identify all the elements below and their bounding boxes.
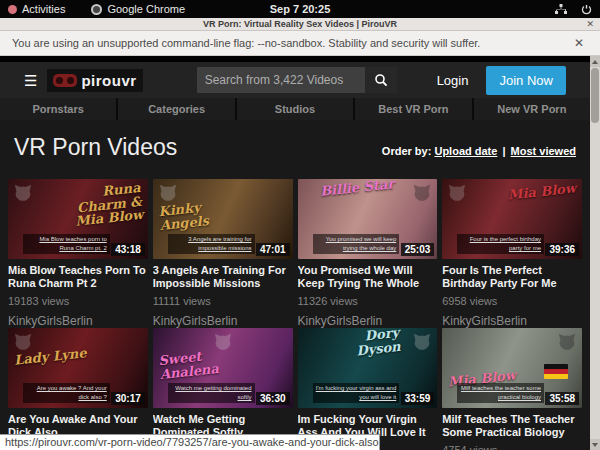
video-thumbnail[interactable]: Mia Blow Milf teaches the teacher some p…	[442, 328, 582, 408]
studio-cat-logo-icon	[412, 183, 432, 201]
page-title: VR Porn Videos	[14, 134, 177, 161]
search-input[interactable]	[197, 67, 365, 93]
thumbnail-caption: I'm fucking your virgin ass and you will…	[313, 383, 400, 403]
video-thumbnail[interactable]: Mia Blow Four is the perfect birthday pa…	[442, 179, 582, 259]
login-link[interactable]: Login	[437, 73, 469, 88]
thumbnail-caption: You promised we will keep trying the who…	[313, 234, 400, 254]
video-card[interactable]: Mia Blow Milf teaches the teacher some p…	[442, 328, 582, 450]
system-top-bar: Activities Google Chrome Sep 7 20:25	[0, 0, 600, 18]
thumbnail-overlay-title: Kinky Angels	[158, 197, 240, 232]
order-most-viewed-link[interactable]: Most viewed	[511, 145, 576, 157]
screen: Activities Google Chrome Sep 7 20:25 VR …	[0, 0, 600, 450]
duration-badge: 33:59	[401, 392, 435, 405]
activities-label: Activities	[22, 3, 65, 15]
site-header: ☰ pirouvr Login Join Now	[0, 62, 590, 98]
view-count: 4754 views	[442, 444, 582, 450]
site-logo[interactable]: pirouvr	[47, 69, 142, 92]
video-title[interactable]: Mia Blow Teaches Porn To Runa Charm Pt 2	[8, 264, 148, 290]
page-head: VR Porn Videos Order by: Upload date | M…	[0, 120, 590, 179]
duration-badge: 47:01	[256, 243, 290, 256]
view-count: 11111 views	[153, 295, 293, 307]
nav-item-pornstars[interactable]: Pornstars	[0, 98, 116, 120]
vr-goggles-icon	[53, 74, 77, 87]
nav-item-categories[interactable]: Categories	[116, 98, 234, 120]
view-count: 11326 views	[298, 295, 438, 307]
warning-message: You are using an unsupported command-lin…	[12, 37, 480, 49]
video-card[interactable]: Billie Star You promised we will keep tr…	[298, 179, 438, 328]
scroll-up-arrow[interactable]	[590, 56, 600, 67]
video-title[interactable]: Four Is The Perfect Birthday Party For M…	[442, 264, 582, 290]
activities-button[interactable]: Activities	[8, 3, 65, 15]
duration-badge: 30:17	[111, 392, 145, 405]
tab-title: VR Porn: Virtual Reality Sex Videos | Pi…	[0, 19, 600, 29]
browser-tab-strip: VR Porn: Virtual Reality Sex Videos | Pi…	[0, 18, 600, 31]
order-upload-date-link[interactable]: Upload date	[434, 145, 497, 157]
activities-dot-icon	[8, 5, 17, 14]
power-icon[interactable]	[581, 4, 592, 15]
video-card[interactable]: Kinky Angels 3 Angels are training for i…	[153, 179, 293, 328]
scroll-down-arrow[interactable]	[590, 439, 600, 450]
order-separator: |	[502, 145, 505, 157]
duration-badge: 35:58	[545, 392, 579, 405]
clock[interactable]: Sep 7 20:25	[270, 3, 331, 15]
order-by-controls: Order by: Upload date | Most viewed	[382, 145, 576, 161]
hamburger-menu-icon[interactable]: ☰	[24, 73, 37, 88]
active-app-label: Google Chrome	[107, 3, 185, 15]
search-bar	[197, 67, 397, 93]
studio-cat-logo-icon	[412, 332, 432, 350]
video-title[interactable]: You Promised We Will Keep Trying The Who…	[298, 264, 438, 290]
thumbnail-caption: Are you awake ? And your dick also ?	[23, 383, 110, 403]
studio-link[interactable]: KinkyGirlsBerlin	[442, 314, 582, 328]
video-title[interactable]: Milf Teaches The Teacher Some Practical …	[442, 413, 582, 439]
tab-close-icon[interactable]: ✕	[586, 19, 594, 29]
video-card[interactable]: Runa Charm & Mia Blow Mia Blow teaches p…	[8, 179, 148, 328]
video-thumbnail[interactable]: Billie Star You promised we will keep tr…	[298, 179, 438, 259]
studio-cat-logo-icon	[447, 183, 467, 201]
thumbnail-caption: Watch me getting dominated softly	[168, 383, 255, 403]
join-now-button[interactable]: Join Now	[486, 66, 565, 95]
german-flag-icon	[544, 364, 568, 379]
browser-viewport: ☰ pirouvr Login Join Now Pornstars Categ…	[0, 56, 590, 450]
studio-link[interactable]: KinkyGirlsBerlin	[153, 314, 293, 328]
video-card[interactable]: Mia Blow Four is the perfect birthday pa…	[442, 179, 582, 328]
thumbnail-overlay-title: Billie Star	[319, 179, 394, 198]
video-card[interactable]: Dory Dyson I'm fucking your virgin ass a…	[298, 328, 438, 450]
video-thumbnail[interactable]: Kinky Angels 3 Angels are training for i…	[153, 179, 293, 259]
thumbnail-caption: Four is the perfect birthday party for m…	[457, 234, 544, 254]
thumbnail-caption: 3 Angels are training for impossible mis…	[168, 234, 255, 254]
nav-item-best-vr[interactable]: Best VR Porn	[353, 98, 471, 120]
nav-item-studios[interactable]: Studios	[235, 98, 353, 120]
video-thumbnail[interactable]: Dory Dyson I'm fucking your virgin ass a…	[298, 328, 438, 408]
video-thumbnail[interactable]: Lady Lyne Are you awake ? And your dick …	[8, 328, 148, 408]
thumbnail-overlay-title: Runa Charm & Mia Blow	[60, 181, 144, 230]
order-by-label: Order by:	[382, 145, 432, 157]
video-card[interactable]: Lady Lyne Are you awake ? And your dick …	[8, 328, 148, 450]
status-bar-url: https://pirouvr.com/vr-porn-video/779325…	[0, 434, 380, 450]
vertical-scrollbar[interactable]	[590, 56, 600, 450]
network-icon[interactable]	[555, 4, 567, 15]
thumbnail-overlay-title: Mia Blow	[507, 181, 576, 202]
thumbnail-overlay-title: Sweet Analena	[158, 346, 240, 381]
search-button[interactable]	[365, 67, 397, 93]
video-grid: Runa Charm & Mia Blow Mia Blow teaches p…	[0, 179, 590, 450]
main-nav: Pornstars Categories Studios Best VR Por…	[0, 98, 590, 120]
studio-cat-logo-icon	[557, 332, 577, 350]
video-title[interactable]: 3 Angels Are Training For Impossible Mis…	[153, 264, 293, 290]
video-card[interactable]: Sweet Analena Watch me getting dominated…	[153, 328, 293, 450]
view-count: 19183 views	[8, 295, 148, 307]
duration-badge: 25:03	[401, 243, 435, 256]
duration-badge: 43:18	[111, 243, 145, 256]
duration-badge: 36:30	[256, 392, 290, 405]
studio-cat-logo-icon	[13, 183, 33, 201]
chrome-icon	[91, 4, 102, 15]
video-thumbnail[interactable]: Runa Charm & Mia Blow Mia Blow teaches p…	[8, 179, 148, 259]
thumbnail-overlay-title: Dory Dyson	[318, 328, 400, 361]
nav-item-new-vr[interactable]: New VR Porn	[472, 98, 590, 120]
video-thumbnail[interactable]: Sweet Analena Watch me getting dominated…	[153, 328, 293, 408]
studio-link[interactable]: KinkyGirlsBerlin	[8, 314, 148, 328]
thumbnail-caption: Mia Blow teaches porn to Runa Charm pt. …	[23, 234, 110, 254]
active-app-menu[interactable]: Google Chrome	[91, 3, 185, 15]
studio-link[interactable]: KinkyGirlsBerlin	[298, 314, 438, 328]
warning-close-icon[interactable]: ✕	[574, 36, 588, 50]
scrollbar-thumb[interactable]	[591, 68, 599, 123]
